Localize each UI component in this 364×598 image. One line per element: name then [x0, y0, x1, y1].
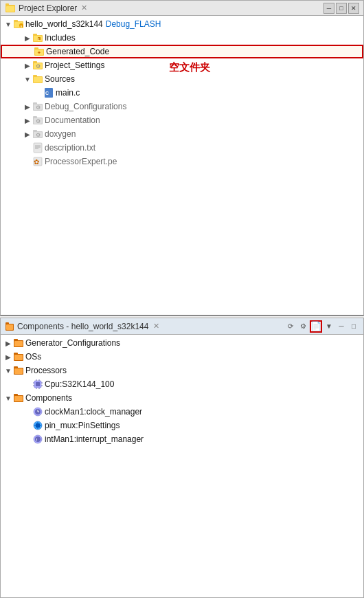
cpu-label: Cpu:S32K144_100 — [45, 379, 114, 389]
tree-item-root[interactable]: ▼ S hello_world_s32k144 Debug_FLASH — [1, 17, 363, 31]
tree-item-documentation[interactable]: ▶ ⚙ Documentation — [1, 113, 363, 127]
svg-rect-23 — [34, 77, 42, 82]
svg-rect-4 — [14, 20, 18, 22]
components-panel-icon — [5, 322, 14, 331]
int-man-icon: ! — [32, 434, 43, 445]
toggle-gen-conf[interactable]: ▶ — [3, 338, 13, 348]
tree-item-cpu[interactable]: Cpu:S32K144_100 — [1, 377, 363, 391]
project-tree: ▼ S hello_world_s32k144 Debug_FLASH ▶ — [1, 16, 363, 170]
settings-icon[interactable]: ⚙ — [297, 321, 308, 332]
components-folder-label: Components — [25, 393, 72, 403]
includes-folder-icon: I — [32, 32, 43, 43]
tree-item-doxygen[interactable]: ▶ ⚙ doxygen — [1, 127, 363, 141]
processors-folder-icon — [13, 365, 24, 376]
svg-rect-50 — [14, 341, 23, 346]
tree-item-processor-expert[interactable]: ✿ ProcessorExpert.pe — [1, 155, 363, 168]
tree-item-gen-conf[interactable]: ▶ Generator_Configurations — [1, 336, 363, 350]
minimize-btn[interactable]: ─ — [323, 3, 334, 14]
svg-rect-2 — [6, 6, 14, 12]
tree-item-sources[interactable]: ▼ Sources — [1, 72, 363, 86]
svg-text:C: C — [45, 91, 49, 96]
svg-rect-14 — [34, 47, 38, 49]
generate-code-button[interactable]: 📄 — [310, 320, 322, 333]
root-label: hello_world_s32k144 — [25, 19, 103, 29]
svg-rect-22 — [33, 75, 37, 77]
toggle-root[interactable]: ▼ — [3, 19, 13, 29]
toggle-sources[interactable]: ▼ — [23, 74, 32, 84]
doxygen-label: doxygen — [45, 129, 76, 139]
clock-man-label: clockMan1:clock_manager — [45, 407, 142, 417]
svg-text:✦: ✦ — [37, 50, 41, 55]
pin-mux-icon — [32, 420, 43, 431]
svg-rect-53 — [14, 355, 23, 360]
svg-rect-56 — [14, 368, 23, 374]
project-explorer-panel: Project Explorer ✕ ─ □ ✕ ▼ S hello_wor — [0, 0, 364, 316]
components-panel-title: Components - hello_world_s32k144 — [17, 322, 148, 331]
tree-item-main-c[interactable]: C main.c — [1, 86, 363, 100]
svg-rect-58 — [36, 382, 40, 386]
tree-item-processors[interactable]: ▼ Processors — [1, 364, 363, 377]
toggle-processors[interactable]: ▼ — [3, 366, 13, 375]
oses-label: OSs — [25, 352, 41, 362]
panel-controls: ─ □ ✕ — [323, 3, 359, 14]
svg-rect-68 — [14, 394, 18, 396]
panel-maximize-icon[interactable]: □ — [348, 321, 359, 332]
close-btn[interactable]: ✕ — [348, 3, 359, 14]
toggle-doxygen[interactable]: ▶ — [23, 129, 32, 139]
tree-item-description-txt[interactable]: description.txt — [1, 141, 363, 155]
svg-text:!: ! — [36, 438, 38, 442]
dropdown-icon[interactable]: ▼ — [323, 321, 334, 332]
tree-item-includes[interactable]: ▶ I Includes — [1, 31, 363, 45]
project-settings-folder-icon: ⚙ — [32, 60, 43, 71]
int-man-label: intMan1:interrupt_manager — [45, 434, 144, 444]
description-txt-icon — [32, 142, 43, 153]
tree-item-generated-code[interactable]: ✦ Generated_Code — [1, 45, 363, 58]
sync-icon[interactable]: ⟳ — [285, 321, 296, 332]
svg-text:⚙: ⚙ — [36, 118, 41, 124]
svg-rect-9 — [33, 34, 37, 36]
svg-rect-46 — [5, 322, 9, 324]
svg-text:S: S — [21, 25, 23, 28]
tree-item-clock-man[interactable]: clockMan1:clock_manager — [1, 405, 363, 419]
project-icon — [5, 3, 16, 14]
generated-code-label: Generated_Code — [46, 47, 109, 56]
sources-folder-icon — [32, 74, 43, 85]
toggle-components[interactable]: ▼ — [3, 393, 13, 403]
toggle-project-settings[interactable]: ▶ — [23, 60, 32, 70]
cpu-icon — [32, 379, 43, 390]
processor-expert-label: ProcessorExpert.pe — [45, 157, 117, 166]
project-explorer-label: Project Explorer — [19, 3, 77, 13]
tree-item-components-folder[interactable]: ▼ Components — [1, 391, 363, 405]
maximize-btn[interactable]: □ — [336, 3, 347, 14]
oses-folder-icon — [13, 351, 24, 362]
svg-rect-75 — [36, 423, 40, 428]
svg-rect-49 — [14, 339, 18, 341]
root-config-label: Debug_FLASH — [106, 19, 161, 29]
toggle-oses[interactable]: ▶ — [3, 352, 13, 362]
debug-folder-icon: ⚙ — [32, 101, 43, 112]
panel-minimize-icon[interactable]: ─ — [336, 321, 347, 332]
generated-code-folder-icon: ✦ — [34, 46, 45, 57]
toggle-debug[interactable]: ▶ — [23, 102, 32, 111]
gen-conf-label: Generator_Configurations — [25, 338, 120, 348]
svg-rect-69 — [14, 396, 23, 401]
processors-label: Processors — [25, 366, 67, 375]
description-txt-label: description.txt — [45, 143, 95, 153]
project-explorer-header: Project Explorer ✕ ─ □ ✕ — [1, 1, 363, 16]
sources-label: Sources — [45, 74, 75, 84]
pin-mux-label: pin_mux:PinSettings — [45, 421, 120, 430]
tree-item-project-settings[interactable]: ▶ ⚙ Project_Settings — [1, 58, 363, 72]
tree-item-pin-mux[interactable]: pin_mux:PinSettings — [1, 419, 363, 432]
toolbar-icons: ⟳ ⚙ 📄 ▼ ─ □ — [285, 320, 359, 333]
doxygen-folder-icon: ⚙ — [32, 129, 43, 140]
project-folder-icon: S — [13, 19, 24, 30]
toggle-includes[interactable]: ▶ — [23, 33, 32, 43]
tree-item-oses[interactable]: ▶ OSs — [1, 350, 363, 364]
components-close-icon[interactable]: ✕ — [153, 322, 159, 331]
components-tree: ▶ Generator_Configurations ▶ — [1, 335, 363, 447]
toggle-documentation[interactable]: ▶ — [23, 115, 32, 125]
components-panel: Components - hello_world_s32k144 ✕ ⟳ ⚙ 📄… — [0, 318, 364, 598]
tree-item-debug-conf[interactable]: ▶ ⚙ Debug_Configurations — [1, 100, 363, 113]
close-tab-icon[interactable]: ✕ — [81, 3, 87, 12]
tree-item-int-man[interactable]: ! intMan1:interrupt_manager — [1, 432, 363, 446]
